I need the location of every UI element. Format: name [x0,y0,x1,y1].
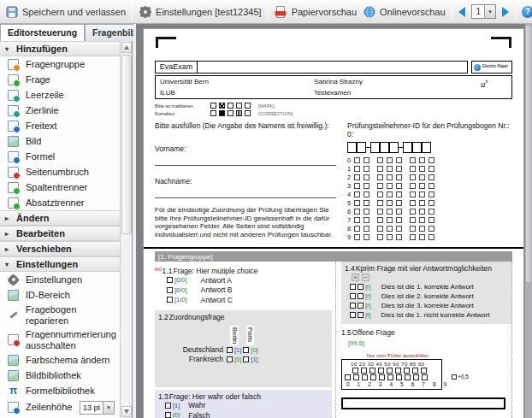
sidebar-item-fragengruppe[interactable]: Fragengruppe [0,56,120,72]
question-1-1[interactable]: MC1.1Frage: Hier mutiple choice [0/0]Ant… [155,267,332,305]
sidebar-item-zeilenhoehe: Zeilenhöhe 13 pt [0,399,120,416]
previous-page-button[interactable] [458,7,465,17]
toolbar-separator [515,4,516,20]
id-grid-digit: 0 [347,156,354,164]
help-button[interactable]: Hilfe [522,6,532,18]
sidebar-item-farbschema[interactable]: Farbschema ändern [0,353,120,368]
id-checkbox [419,174,425,180]
question-1-3[interactable]: 1.3Frage: Hier wahr oder falsch [1]Wahr … [155,390,332,418]
sidebar-item-spaltentrenner[interactable]: Spaltentrenner [0,180,120,195]
id-grid-digit: 9 [347,233,354,241]
grade-checkbox [405,374,411,380]
page-select[interactable]: 1 [471,4,497,19]
section-hinzufuegen[interactable]: Hinzufügen [0,41,120,56]
example-checkbox [210,103,216,109]
line-height-select[interactable]: 13 pt [80,401,115,415]
section-einstellungen[interactable]: Einstellungen [0,256,120,272]
question-1-5[interactable]: 1.5Offene Frage [99,5] Nur vom Prüfer au… [341,328,511,409]
matrix-column-label: Berlin [230,326,239,345]
grade-checkbox [369,368,375,374]
id-grid-digit: 1 [347,165,354,173]
gear-icon [9,275,18,285]
online-preview-button[interactable]: Onlinevorschau [363,5,445,18]
grade-checkbox [387,374,393,380]
sidebar-item-id-bereich[interactable]: ID-Bereich [0,287,120,303]
question-column-right: 1.4Kprim Frage mit vier Antwortmöglichke… [336,262,512,418]
id-checkbox [419,183,425,189]
id-checkbox [354,183,360,189]
sidebar-item-absatztrenner[interactable]: Absatztrenner [0,195,120,210]
sidebar-item-leerzeile[interactable]: Leerzeile [0,87,120,103]
answer-checkbox [350,312,356,318]
sidebar-scrollbar[interactable] [120,41,132,418]
bonus-half-point: +0,5 [452,374,469,380]
scroll-down-icon[interactable] [121,406,132,417]
id-checkbox [364,191,369,197]
id-checkbox [354,174,360,180]
sidebar-item-formel[interactable]: Formel [0,149,120,164]
chevron-down-icon [5,45,12,53]
sidebar-item-freitext[interactable]: Freitext [0,118,120,133]
paper-preview-button[interactable]: Papiervorschau [275,5,357,18]
section-verschieben[interactable]: Verschieben [0,241,120,256]
globe-icon [363,5,375,18]
id-checkbox [354,157,360,163]
header-blank-box [198,61,468,74]
sidebar-item-einstellungen[interactable]: Einstellungen [0,272,120,287]
id-checkbox [387,183,393,189]
university-name: Universität Bern [160,78,209,85]
question-1-4[interactable]: 1.4Kprim Frage mit vier Antwortmöglichke… [341,262,511,324]
answer-checkbox [358,293,364,299]
question-group-header[interactable]: [1. Fragengruppe] [155,251,512,262]
id-checkbox [354,166,360,172]
sidebar-item-seitenumbruch[interactable]: Seitenumbruch [0,164,120,180]
next-page-button[interactable] [502,7,509,17]
tab-editorsteuerung[interactable]: Editorsteuerung [0,24,85,41]
save-and-exit-button[interactable]: Speichern und verlassen [5,5,126,18]
sidebar-item-fragennummerierung[interactable]: Fragennummerierung ausschalten [0,327,120,352]
id-checkbox [377,226,383,232]
id-checkbox [419,209,425,215]
open-answer-box [341,397,505,409]
id-grid-row: 4 [347,190,512,198]
sidebar-item-bildbibliothek[interactable]: Bildbibliothek [0,368,120,384]
id-checkbox [364,217,369,223]
id-checkbox [364,234,369,240]
id-checkbox [354,209,360,215]
sidebar-scrollbar-thumb[interactable] [121,55,132,234]
id-grid-digit: 4 [347,191,354,198]
sidebar-item-formelbibliothek[interactable]: Formelbibliothek [0,384,120,399]
answer-checkbox [167,287,173,293]
chevron-down-icon [5,261,12,268]
paragraph-break-icon [8,197,19,209]
answer-row: [r]Dies ist die 1. korrekte Antwort [345,282,508,291]
grader-note: Nur vom Prüfer auszufüllen [350,353,446,358]
chevron-down-icon[interactable] [484,5,495,18]
grade-checkbox [361,368,367,374]
chevron-down-icon[interactable] [103,402,114,414]
toolbar: Speichern und verlassen Einstellungen [t… [0,0,532,24]
decorative-line-icon [8,105,19,116]
example-checkbox [236,103,242,109]
sidebar-item-bild[interactable]: Bild [0,133,120,149]
id-checkbox [387,226,393,232]
unit-name: ILUB [160,89,175,97]
preview-scrollbar[interactable] [524,24,532,418]
id-checkbox [387,209,393,215]
id-checkbox [410,191,416,197]
sidebar-item-frage[interactable]: Frage [0,72,120,87]
scroll-up-icon[interactable] [121,42,132,53]
question-1-2[interactable]: 1.2Zuordnungsfrage Berlin Paris Deutschl… [155,310,332,387]
sidebar-item-fragebogen-reparieren[interactable]: Fragebogen reparieren [0,303,120,327]
answer-checkbox [243,347,249,353]
section-bearbeiten[interactable]: Bearbeiten [0,226,120,241]
id-checkbox [364,226,369,232]
preview-scrollbar-thumb[interactable] [526,26,531,282]
ones-checkbox-row [345,374,439,380]
id-checkbox [377,217,383,223]
last-name-label: Nachname: [155,177,336,185]
sidebar-item-zierlinie[interactable]: Zierlinie [0,103,120,118]
section-aendern[interactable]: Ändern [0,210,120,226]
exam-settings-button[interactable]: Einstellungen [test12345] [139,5,262,18]
blank-line-icon [8,90,19,101]
